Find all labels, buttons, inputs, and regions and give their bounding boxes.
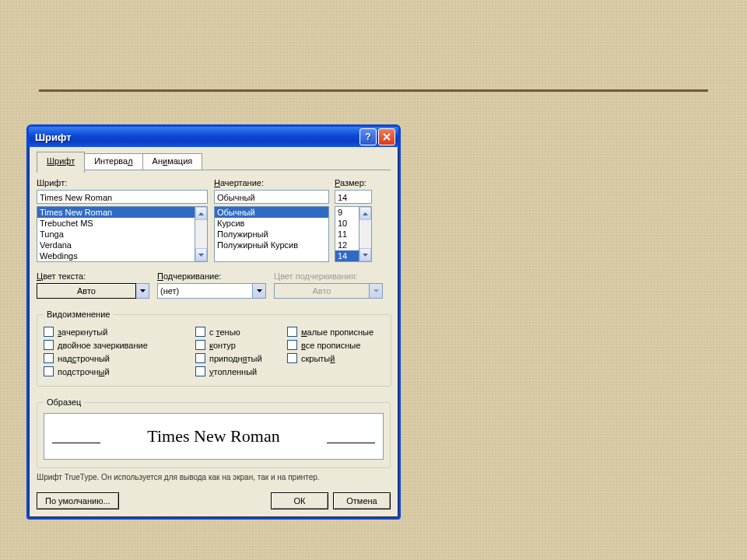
checkbox-icon — [195, 327, 205, 337]
dropdown-button[interactable] — [136, 283, 149, 299]
cancel-button[interactable]: Отмена — [333, 492, 391, 509]
check-outline[interactable]: контур — [195, 340, 287, 350]
font-list-item[interactable]: Times New Roman — [37, 207, 195, 218]
scroll-down-button[interactable] — [359, 248, 371, 261]
checkbox-icon — [287, 353, 297, 363]
checkbox-icon — [44, 327, 54, 337]
titlebar[interactable]: Шрифт ? — [29, 127, 398, 147]
dialog-title: Шрифт — [35, 131, 358, 143]
check-smallcaps[interactable]: малые прописные — [287, 327, 384, 337]
tab-interval[interactable]: Интервал — [84, 153, 142, 170]
tab-font[interactable]: Шрифт — [37, 152, 85, 173]
style-list-item[interactable]: Курсив — [215, 218, 328, 229]
scroll-up-button[interactable] — [359, 207, 371, 220]
text-color-combo[interactable]: Авто — [37, 283, 149, 299]
font-list-item[interactable]: Webdings — [37, 250, 195, 261]
checkbox-icon — [195, 366, 205, 376]
close-button[interactable] — [378, 128, 395, 145]
size-list-item[interactable]: 10 — [335, 218, 359, 229]
dropdown-button — [370, 283, 383, 299]
preview-line — [52, 443, 100, 443]
check-emboss[interactable]: приподнятый — [195, 353, 287, 363]
checkbox-icon — [287, 327, 297, 337]
checkbox-icon — [44, 366, 54, 376]
preview-legend: Образец — [44, 397, 84, 407]
checkbox-icon — [195, 340, 205, 350]
underline-combo[interactable]: (нет) — [157, 283, 266, 299]
preview-box: Times New Roman — [44, 413, 384, 460]
horizontal-rule — [39, 89, 708, 92]
size-list-item[interactable]: 9 — [335, 207, 359, 218]
chevron-down-icon — [198, 254, 204, 257]
tab-animation[interactable]: Анимация — [142, 153, 203, 170]
check-engrave[interactable]: утопленный — [195, 366, 287, 376]
font-listbox[interactable]: Times New Roman Trebuchet MS Tunga Verda… — [37, 206, 195, 262]
size-scrollbar[interactable] — [359, 206, 372, 262]
check-shadow[interactable]: с тенью — [195, 327, 287, 337]
size-label: Размер: — [335, 178, 377, 187]
style-listbox[interactable]: Обычный Курсив Полужирный Полужирный Кур… — [214, 206, 329, 262]
dialog-body: Шрифт Интервал Анимация Шрифт: Times New… — [29, 147, 398, 517]
style-label: Начертание: — [214, 178, 335, 187]
text-color-value: Авто — [37, 283, 136, 299]
scroll-down-button[interactable] — [195, 248, 207, 261]
size-list-item[interactable]: 12 — [335, 240, 359, 250]
chevron-up-icon — [198, 212, 204, 215]
tab-divider — [37, 170, 391, 170]
style-list-item[interactable]: Полужирный — [215, 229, 328, 240]
default-button[interactable]: По умолчанию... — [37, 492, 119, 509]
font-dialog: Шрифт ? Шрифт Интервал Анимация Шрифт: T… — [26, 124, 401, 520]
underline-color-label: Цвет подчеркивания: — [274, 271, 383, 281]
scroll-up-button[interactable] — [195, 207, 207, 220]
chevron-down-icon — [140, 289, 146, 292]
chevron-down-icon — [363, 254, 368, 257]
font-input[interactable]: Times New Roman — [37, 190, 208, 204]
chevron-down-icon — [257, 289, 262, 292]
style-list-item[interactable]: Обычный — [215, 207, 328, 218]
font-list-item[interactable]: Tunga — [37, 229, 195, 240]
checkbox-icon — [44, 353, 54, 363]
check-allcaps[interactable]: все прописные — [287, 340, 384, 350]
chevron-up-icon — [363, 212, 368, 215]
checkbox-icon — [195, 353, 205, 363]
underline-color-combo: Авто — [274, 283, 383, 299]
help-button[interactable]: ? — [359, 128, 377, 145]
preview-group: Образец Times New Roman — [37, 397, 391, 468]
check-double-strike[interactable]: двойное зачеркивание — [44, 340, 195, 350]
color-label: Цвет текста: — [37, 271, 149, 281]
dropdown-button[interactable] — [253, 283, 266, 299]
underline-color-value: Авто — [274, 283, 370, 299]
font-list-item[interactable]: Trebuchet MS — [37, 218, 195, 229]
font-list-item[interactable]: Verdana — [37, 240, 195, 250]
font-scrollbar[interactable] — [195, 206, 208, 262]
size-list-item[interactable]: 11 — [335, 229, 359, 240]
font-label: Шрифт: — [37, 178, 214, 187]
scroll-track[interactable] — [195, 220, 207, 248]
style-list-item[interactable]: Полужирный Курсив — [215, 240, 328, 250]
button-row: По умолчанию... ОК Отмена — [37, 492, 391, 509]
size-input[interactable]: 14 — [335, 190, 372, 204]
effects-group: Видоизменение зачеркнутый двойное зачерк… — [37, 310, 391, 387]
underline-label: Подчеркивание: — [157, 271, 266, 281]
preview-text: Times New Roman — [147, 426, 279, 446]
checkbox-icon — [44, 340, 54, 350]
close-icon — [383, 133, 391, 141]
underline-value: (нет) — [157, 283, 253, 299]
style-input[interactable]: Обычный — [214, 190, 329, 204]
size-listbox[interactable]: 9 10 11 12 14 — [335, 206, 359, 262]
scroll-track[interactable] — [359, 220, 371, 248]
font-hint: Шрифт TrueType. Он используется для выво… — [37, 473, 391, 481]
checkbox-icon — [287, 340, 297, 350]
preview-line — [327, 443, 375, 443]
chevron-down-icon — [374, 289, 379, 292]
check-superscript[interactable]: надстрочный — [44, 353, 195, 363]
effects-legend: Видоизменение — [44, 310, 113, 319]
check-strikethrough[interactable]: зачеркнутый — [44, 327, 195, 337]
tab-row: Шрифт Интервал Анимация — [37, 153, 391, 170]
check-hidden[interactable]: скрытый — [287, 353, 384, 363]
ok-button[interactable]: ОК — [271, 492, 328, 509]
tab-pane: Шрифт: Times New Roman Times New Roman T… — [37, 170, 391, 509]
check-subscript[interactable]: подстрочный — [44, 366, 195, 376]
size-list-item[interactable]: 14 — [335, 250, 359, 261]
